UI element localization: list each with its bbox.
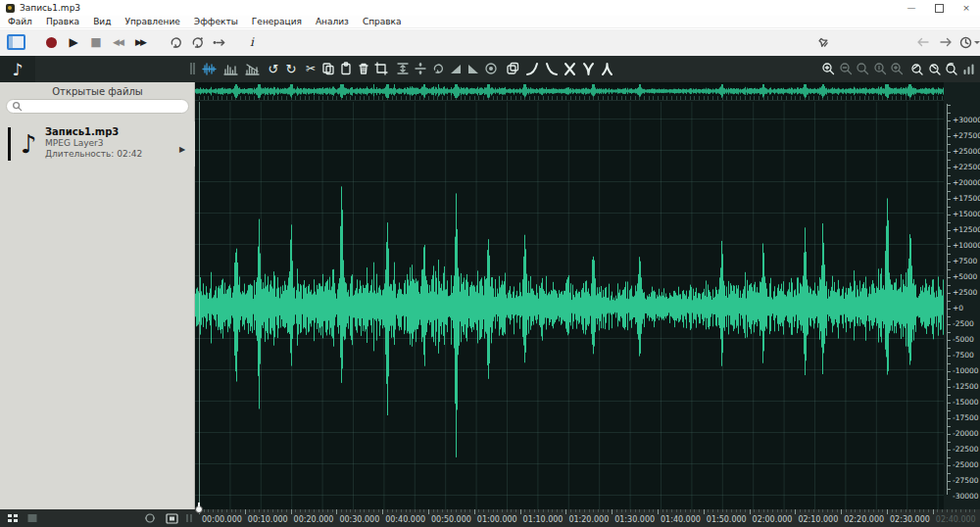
- file-selected-accent: [8, 127, 11, 161]
- scale-label: +27500: [953, 131, 980, 141]
- timeline-label: 02:20.000: [844, 515, 884, 524]
- main-toolbar: ▶ ■ ◀◀ ▶▶ i 44.1 kHz mono -0000:00:00.00…: [0, 29, 980, 57]
- channels-toggle-button[interactable]: [182, 512, 196, 524]
- menu-help[interactable]: Справка: [363, 17, 402, 26]
- menu-generation[interactable]: Генерация: [252, 17, 302, 26]
- scale-label: -17500: [953, 413, 979, 423]
- paste-button[interactable]: [337, 60, 355, 77]
- curve-l-button[interactable]: [542, 60, 560, 77]
- delete-button[interactable]: [355, 60, 372, 77]
- toolbar-drag-handle[interactable]: [182, 60, 200, 77]
- restore-button[interactable]: [925, 1, 953, 15]
- record-button[interactable]: [41, 32, 61, 52]
- toggle-files-panel-button[interactable]: [6, 32, 25, 52]
- panel-resize-handle[interactable]: [972, 60, 980, 77]
- menu-control[interactable]: Управление: [124, 17, 179, 26]
- timeline-label: 01:50.000: [707, 515, 747, 524]
- split-horizontal-icon: [414, 62, 427, 75]
- zoom-original-button[interactable]: [871, 60, 889, 77]
- play-from-cursor-button[interactable]: [209, 32, 228, 52]
- redo-button[interactable]: ↻: [282, 60, 300, 77]
- crossfade-x-button[interactable]: [561, 60, 578, 77]
- zoom-in-button[interactable]: [819, 60, 837, 77]
- stop-button[interactable]: ■: [86, 32, 106, 52]
- curve-j-button[interactable]: [523, 60, 541, 77]
- timeline-label: 01:30.000: [614, 515, 655, 524]
- scale-label: +5000: [953, 272, 977, 282]
- fast-forward-button[interactable]: ▶▶: [130, 32, 150, 52]
- trash-icon: [357, 62, 370, 75]
- loop-once-button[interactable]: [187, 32, 207, 52]
- speaker-button[interactable]: [813, 32, 833, 52]
- rewind-button[interactable]: ◀◀: [108, 32, 127, 52]
- curve-y-inverted-button[interactable]: [598, 60, 615, 77]
- copy-button[interactable]: [319, 60, 337, 77]
- undo-button[interactable]: ↺: [265, 60, 282, 77]
- scale-label: -5000: [953, 335, 974, 345]
- timeline-label: 01:40.000: [661, 515, 701, 524]
- fade-in-button[interactable]: [447, 60, 465, 77]
- scale-label: +22500: [953, 163, 980, 172]
- zoom-selection-button[interactable]: [854, 60, 871, 77]
- app-icon: [6, 4, 15, 13]
- fit-amplitude-button[interactable]: [394, 60, 412, 77]
- split-view-button[interactable]: [412, 60, 429, 77]
- menu-edit[interactable]: Правка: [46, 17, 79, 26]
- history-menu-button[interactable]: [957, 32, 980, 52]
- redo-icon: ↻: [286, 62, 297, 76]
- menu-view[interactable]: Вид: [93, 17, 111, 26]
- zoom-out-button[interactable]: [837, 60, 855, 77]
- cut-button[interactable]: ✂: [302, 60, 319, 77]
- history-forward-button[interactable]: [936, 32, 956, 52]
- scissors-icon: ✂: [306, 62, 316, 75]
- grid-view-button[interactable]: [6, 512, 20, 524]
- file-expand-arrow-icon[interactable]: ▶: [179, 145, 185, 154]
- loop-button[interactable]: [166, 32, 185, 52]
- list-view-button[interactable]: [25, 512, 39, 524]
- paste-icon: [339, 62, 353, 75]
- file-search-box[interactable]: [6, 99, 189, 114]
- spectrum-icon: [223, 62, 238, 76]
- timeline-label: 00:40.000: [385, 515, 425, 524]
- gain-button[interactable]: [482, 60, 500, 77]
- timeline-ruler[interactable]: 00:00.00000:10.00000:20.00000:30.00000:4…: [196, 509, 980, 527]
- zoom-to-selection-end-button[interactable]: [925, 60, 943, 77]
- menu-file[interactable]: Файл: [8, 17, 32, 26]
- menu-effects[interactable]: Эффекты: [194, 17, 238, 26]
- curve-y-icon: [581, 62, 596, 76]
- scale-label: +20000: [953, 178, 980, 188]
- scale-label: +7500: [953, 257, 977, 266]
- reverse-button[interactable]: [429, 60, 447, 77]
- play-button[interactable]: ▶: [64, 32, 83, 52]
- zoom-to-selection-start-button[interactable]: [907, 60, 925, 77]
- zoom-selection-icon: [856, 62, 869, 75]
- scale-label: -12500: [953, 382, 979, 392]
- loop-region-button[interactable]: [143, 512, 157, 524]
- playhead-marker[interactable]: [195, 505, 203, 513]
- scale-ticks: [947, 105, 951, 494]
- menu-analysis[interactable]: Анализ: [316, 17, 349, 26]
- close-button[interactable]: ×: [953, 1, 980, 15]
- timeline-label: 01:10.000: [523, 515, 564, 524]
- scale-label: +25000: [953, 147, 980, 157]
- app-logo-note-icon: ♪: [0, 56, 35, 82]
- crossfade-x-icon: [563, 62, 577, 76]
- overview-toggle-button[interactable]: [165, 512, 178, 524]
- blend-button[interactable]: [504, 60, 521, 77]
- history-back-button[interactable]: [913, 32, 933, 52]
- file-name: Запись1.mp3: [45, 126, 119, 137]
- fade-out-button[interactable]: [465, 60, 482, 77]
- view-waveform-button[interactable]: [200, 60, 218, 77]
- scale-label: -20000: [953, 429, 979, 439]
- zoom-to-cursor-button[interactable]: [942, 60, 959, 77]
- view-spectrum-button[interactable]: [221, 60, 239, 77]
- curve-y-button[interactable]: [579, 60, 597, 77]
- zoom-full-button[interactable]: [888, 60, 906, 77]
- crop-button[interactable]: [372, 60, 390, 77]
- waveform-canvas[interactable]: [195, 82, 944, 509]
- info-button[interactable]: i: [242, 32, 262, 52]
- arrow-right-icon: [939, 36, 953, 48]
- minimize-button[interactable]: —: [898, 1, 925, 15]
- view-spectrogram-button[interactable]: [243, 60, 261, 77]
- search-input[interactable]: [23, 101, 173, 113]
